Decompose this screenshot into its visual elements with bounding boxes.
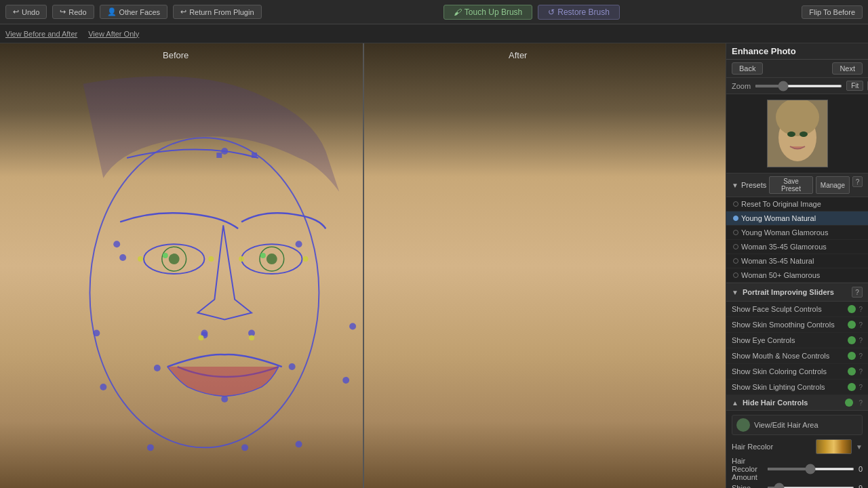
eye-help[interactable]: ? [859,337,863,344]
shine-value: 9 [859,484,863,488]
hair-color-dropdown-arrow[interactable]: ▼ [856,443,863,451]
undo-button[interactable]: ↩ Undo [5,5,47,19]
face-sculpt-control[interactable]: Show Face Sculpt Controls ? [726,302,868,317]
presets-actions: Save Preset Manage ? [769,176,863,194]
restore-icon: ↺ [548,7,555,17]
skin-smoothing-control[interactable]: Show Skin Smoothing Controls ? [726,317,868,333]
save-preset-button[interactable]: Save Preset [769,176,813,194]
preset-young-glamorous-label: Young Woman Glamorous [741,228,828,237]
other-faces-label: Other Faces [119,8,161,16]
svg-rect-9 [216,152,222,158]
presets-header: ▼ Presets Save Preset Manage ? [726,174,868,197]
preset-reset[interactable]: Reset To Original Image [726,197,868,211]
next-button[interactable]: Next [832,62,863,75]
skin-lighting-label: Show Skin Lighting Controls [732,383,845,391]
thumbnail[interactable] [767,100,828,167]
skin-lighting-help[interactable]: ? [859,384,863,391]
preset-35-45-nat-label: Woman 35-45 Natural [741,257,814,265]
mouth-nose-help[interactable]: ? [859,352,863,360]
flip-button[interactable]: Flip To Before [802,5,863,19]
svg-rect-10 [252,152,257,158]
main-content: Before After [0,43,868,488]
eye-control[interactable]: Show Eye Controls ? [726,333,868,348]
hair-amount-slider[interactable] [767,468,854,470]
presets-help-button[interactable]: ? [852,176,863,187]
hair-controls: View/Edit Hair Area Hair Recolor ▼ Hair … [726,411,868,488]
mouth-nose-control[interactable]: Show Mouth & Nose Controls ? [726,348,868,364]
svg-point-28 [198,335,203,340]
return-plugin-label: Return From Plugin [189,8,254,16]
preset-young-natural-label: Young Woman Natural [741,214,816,222]
preset-reset-label: Reset To Original Image [741,200,821,208]
return-plugin-button[interactable]: ↩ Return From Plugin [173,5,261,19]
view-after-only-link[interactable]: View After Only [88,30,139,38]
redo-button[interactable]: ↪ Redo [52,5,94,19]
svg-point-20 [289,363,296,370]
skin-lighting-control[interactable]: Show Skin Lighting Controls ? [726,380,868,395]
hair-dot [845,399,853,407]
svg-point-0 [90,138,319,447]
svg-point-31 [208,256,214,262]
preset-woman-50-glam[interactable]: Woman 50+ Glamorous [726,268,868,283]
hair-help[interactable]: ? [859,399,863,407]
hair-section-header: ▲ Hide Hair Controls ? [726,395,868,411]
preset-50-glam-label: Woman 50+ Glamorous [741,271,820,279]
svg-point-8 [260,253,266,258]
back-button[interactable]: Back [732,62,763,75]
touch-up-button[interactable]: 🖌 Touch Up Brush [443,5,532,20]
svg-point-19 [154,365,161,371]
hair-amount-row: Hair Recolor Amount 0 [732,457,863,481]
hair-area-icon [736,418,750,432]
preset-young-glamorous[interactable]: Young Woman Glamorous [726,226,868,240]
other-faces-button[interactable]: 👤 Other Faces [100,5,168,19]
view-edit-hair-button[interactable]: View/Edit Hair Area [732,415,863,435]
panel-nav-bar: Back Next [726,60,868,78]
svg-point-13 [296,241,302,247]
faces-icon: 👤 [107,7,117,16]
skin-coloring-label: Show Skin Coloring Controls [732,367,845,375]
brush-icon: 🖌 [454,7,462,17]
zoom-slider[interactable] [755,85,842,87]
face-landmark-overlay [0,43,726,488]
sliders-help-button[interactable]: ? [852,287,863,298]
svg-point-14 [113,241,120,247]
skin-coloring-control[interactable]: Show Skin Coloring Controls ? [726,364,868,380]
preset-radio-35-45-glam [733,244,738,249]
thumbnail-svg [768,100,827,167]
face-sculpt-help[interactable]: ? [859,306,863,313]
image-area[interactable]: Before After [0,43,726,488]
svg-point-27 [241,444,248,451]
svg-point-24 [342,377,349,384]
svg-point-7 [267,253,277,264]
right-panel: Enhance Photo Back Next Zoom Fit Face 1:… [726,43,868,488]
preset-woman-35-45-glam[interactable]: Woman 35-45 Glamorous [726,240,868,254]
face-sculpt-dot [848,305,856,313]
skin-smoothing-help[interactable]: ? [859,321,863,329]
preset-woman-35-45-nat[interactable]: Woman 35-45 Natural [726,254,868,268]
fit-button[interactable]: Fit [846,81,863,91]
preset-list: Reset To Original Image Young Woman Natu… [726,197,868,283]
hair-toggle-icon: ▲ [732,399,738,407]
redo-icon: ↪ [60,7,66,16]
svg-point-26 [296,441,302,447]
after-label: After [509,50,527,60]
preset-young-natural[interactable]: Young Woman Natural [726,211,868,226]
return-icon: ↩ [180,7,186,16]
skin-coloring-help[interactable]: ? [859,368,863,375]
svg-point-33 [303,256,309,262]
restore-button[interactable]: ↺ Restore Brush [538,5,620,20]
view-before-after-link[interactable]: View Before and After [5,30,77,38]
manage-button[interactable]: Manage [816,176,850,194]
hair-color-swatch[interactable] [816,439,852,454]
shine-label: Shine [732,484,763,488]
sliders-toggle-icon: ▼ [732,289,738,296]
svg-point-37 [787,131,795,137]
skin-lighting-dot [848,383,856,391]
svg-point-21 [93,329,100,336]
eye-dot [848,336,856,344]
presets-label: Presets [741,181,766,189]
before-label: Before [163,50,189,60]
svg-point-23 [100,384,106,390]
panel-title: Enhance Photo [732,46,796,56]
hair-amount-value: 0 [859,465,863,473]
